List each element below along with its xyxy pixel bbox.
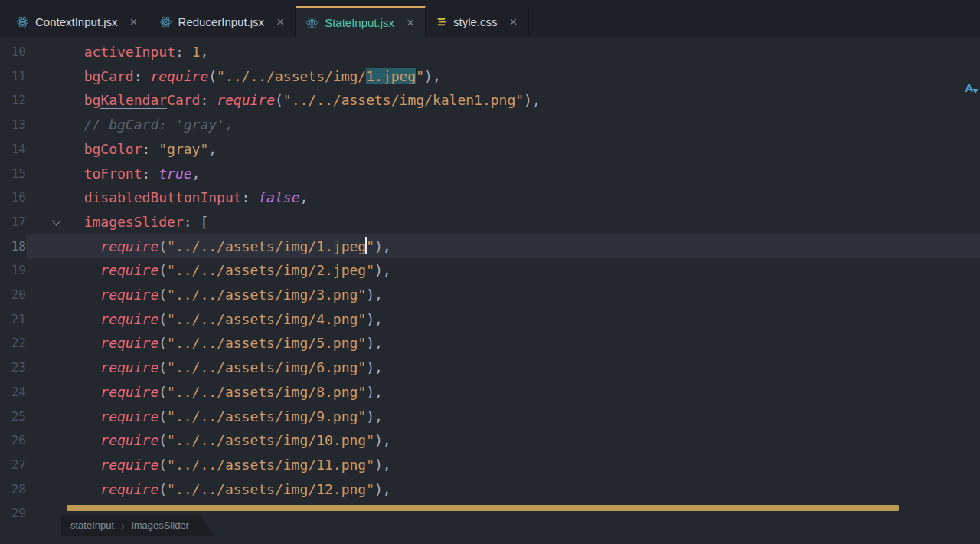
editor-annotation-icon[interactable]: A bbox=[965, 81, 978, 94]
tab-close-icon[interactable]: × bbox=[507, 15, 521, 28]
text-cursor bbox=[365, 237, 367, 254]
code-text: require("../../assets/img/6.png"), bbox=[67, 356, 383, 380]
breadcrumb: stateInput › imagesSlider bbox=[61, 515, 214, 536]
line-number: 21 bbox=[0, 307, 26, 332]
code-text: require("../../assets/img/12.png"), bbox=[67, 477, 391, 502]
fold-gutter bbox=[26, 64, 67, 89]
code-text: require("../../assets/img/1.jpeg"), bbox=[67, 234, 391, 259]
line-number: 11 bbox=[0, 64, 26, 89]
code-area: 10 activeInput: 1,11 bgCard: require("..… bbox=[0, 40, 980, 526]
line-number: 26 bbox=[0, 428, 26, 453]
code-line[interactable]: 19 require("../../assets/img/2.jpeg"), bbox=[0, 258, 980, 283]
code-text: disabledButtonInput: false, bbox=[67, 185, 308, 210]
breadcrumb-separator-icon: › bbox=[121, 519, 125, 532]
code-line[interactable]: 12 bgKalendarCard: require("../../assets… bbox=[0, 88, 980, 113]
tab-close-icon[interactable]: × bbox=[403, 16, 417, 29]
horizontal-scrollbar[interactable] bbox=[67, 505, 899, 511]
code-line[interactable]: 22 require("../../assets/img/5.png"), bbox=[0, 331, 980, 356]
line-number: 25 bbox=[0, 405, 26, 429]
code-line[interactable]: 28 require("../../assets/img/12.png"), bbox=[0, 477, 980, 502]
fold-gutter bbox=[26, 113, 67, 137]
tab-bar: ContextInput.jsx×ReducerInput.jsx×StateI… bbox=[0, 0, 980, 37]
fold-gutter bbox=[26, 356, 67, 380]
fold-gutter bbox=[26, 453, 67, 477]
code-line[interactable]: 10 activeInput: 1, bbox=[0, 40, 980, 64]
breadcrumb-item-imagesslider[interactable]: imagesSlider bbox=[132, 519, 189, 531]
code-text: // bgCard: 'gray', bbox=[67, 113, 234, 137]
fold-gutter bbox=[26, 185, 67, 210]
code-text: activeInput: 1, bbox=[67, 40, 208, 64]
code-line[interactable]: 23 require("../../assets/img/6.png"), bbox=[0, 356, 980, 380]
code-line[interactable]: 15 toFront: true, bbox=[0, 162, 980, 186]
fold-gutter bbox=[26, 137, 67, 162]
code-line[interactable]: 21 require("../../assets/img/4.png"), bbox=[0, 307, 980, 332]
fold-gutter bbox=[26, 283, 67, 307]
tab-reducerinput-jsx[interactable]: ReducerInput.jsx× bbox=[149, 6, 296, 37]
fold-gutter bbox=[26, 477, 67, 502]
code-editor-window: ContextInput.jsx×ReducerInput.jsx×StateI… bbox=[0, 0, 980, 544]
fold-gutter bbox=[26, 501, 67, 526]
fold-gutter bbox=[26, 88, 67, 113]
fold-chevron-icon[interactable] bbox=[26, 210, 67, 234]
code-line[interactable]: 16 disabledButtonInput: false, bbox=[0, 185, 980, 210]
code-line[interactable]: 24 require("../../assets/img/8.png"), bbox=[0, 380, 980, 405]
spellcheck-underline: Kalendar bbox=[100, 92, 167, 109]
code-text: require("../../assets/img/11.png"), bbox=[67, 453, 391, 477]
code-text: require("../../assets/img/4.png"), bbox=[67, 307, 383, 332]
line-number: 19 bbox=[0, 258, 26, 283]
code-line[interactable]: 26 require("../../assets/img/10.png"), bbox=[0, 428, 980, 453]
fold-gutter bbox=[26, 40, 67, 64]
line-number: 14 bbox=[0, 137, 26, 162]
code-text: require("../../assets/img/9.png"), bbox=[67, 405, 383, 429]
line-number: 10 bbox=[0, 40, 26, 64]
fold-gutter bbox=[26, 428, 67, 453]
code-text: require("../../assets/img/8.png"), bbox=[67, 380, 383, 405]
css-icon bbox=[436, 16, 447, 28]
code-line[interactable]: 27 require("../../assets/img/11.png"), bbox=[0, 453, 980, 477]
line-number: 13 bbox=[0, 113, 26, 137]
line-number: 27 bbox=[0, 453, 26, 477]
code-line[interactable]: 20 require("../../assets/img/3.png"), bbox=[0, 283, 980, 307]
tab-label: style.css bbox=[453, 15, 498, 28]
code-text: bgColor: "gray", bbox=[67, 137, 217, 162]
fold-gutter bbox=[26, 405, 67, 429]
code-line[interactable]: 13 // bgCard: 'gray', bbox=[0, 113, 980, 137]
breadcrumb-item-stateinput[interactable]: stateInput bbox=[70, 519, 114, 531]
react-icon bbox=[159, 15, 172, 28]
tab-label: ReducerInput.jsx bbox=[178, 15, 265, 28]
editor[interactable]: 10 activeInput: 1,11 bgCard: require("..… bbox=[0, 37, 980, 544]
line-number: 24 bbox=[0, 380, 26, 405]
line-number: 29 bbox=[0, 501, 26, 526]
code-text: bgKalendarCard: require("../../assets/im… bbox=[67, 88, 541, 113]
react-icon bbox=[16, 15, 29, 28]
code-text: require("../../assets/img/5.png"), bbox=[67, 331, 383, 356]
occurrence-highlight: 1.jpeg bbox=[366, 68, 416, 84]
tab-close-icon[interactable]: × bbox=[273, 15, 287, 28]
line-number: 17 bbox=[0, 210, 26, 234]
fold-gutter bbox=[26, 331, 67, 356]
code-text: require("../../assets/img/10.png"), bbox=[67, 428, 391, 453]
code-line[interactable]: 18 require("../../assets/img/1.jpeg"), bbox=[0, 234, 980, 259]
code-line[interactable]: 25 require("../../assets/img/9.png"), bbox=[0, 405, 980, 429]
line-number: 28 bbox=[0, 477, 26, 502]
code-text: toFront: true, bbox=[67, 162, 200, 186]
tab-stateinput-jsx[interactable]: StateInput.jsx× bbox=[296, 6, 426, 37]
tab-close-icon[interactable]: × bbox=[127, 15, 141, 28]
line-number: 23 bbox=[0, 356, 26, 380]
code-text: bgCard: require("../../assets/img/1.jpeg… bbox=[67, 64, 441, 89]
tab-label: ContextInput.jsx bbox=[35, 15, 118, 28]
fold-gutter bbox=[26, 380, 67, 405]
tab-contextinput-jsx[interactable]: ContextInput.jsx× bbox=[6, 6, 149, 37]
tab-style-css[interactable]: style.css× bbox=[426, 6, 529, 37]
fold-gutter bbox=[26, 258, 67, 283]
line-number: 15 bbox=[0, 162, 26, 186]
fold-gutter bbox=[26, 307, 67, 332]
line-number: 16 bbox=[0, 185, 26, 210]
code-line[interactable]: 11 bgCard: require("../../assets/img/1.j… bbox=[0, 64, 980, 89]
line-number: 22 bbox=[0, 331, 26, 356]
code-line[interactable]: 14 bgColor: "gray", bbox=[0, 137, 980, 162]
react-icon bbox=[305, 16, 318, 29]
code-text: imagesSlider: [ bbox=[67, 210, 208, 234]
code-line[interactable]: 17 imagesSlider: [ bbox=[0, 210, 980, 234]
fold-gutter bbox=[26, 162, 67, 186]
